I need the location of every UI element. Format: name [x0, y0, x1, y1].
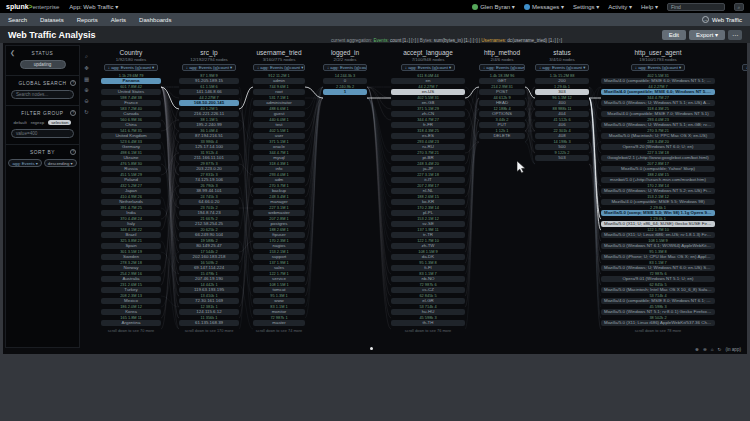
node-pill[interactable]: United Kingdom	[101, 133, 161, 139]
node-pill[interactable]: 406	[535, 122, 589, 128]
node-pill[interactable]: 303	[535, 89, 589, 95]
node-pill[interactable]: OPTIONS	[479, 111, 525, 117]
node-pill[interactable]: United States	[101, 89, 161, 95]
node-pill[interactable]: 404	[535, 111, 589, 117]
filter-mode-selection[interactable]: selection	[48, 120, 71, 125]
node-pill[interactable]: HEAD	[479, 100, 525, 106]
node-pill[interactable]: ftpuser	[253, 232, 305, 238]
node-pill[interactable]: 119.63.193.195	[179, 287, 239, 293]
pan-tool-icon[interactable]: ✥	[84, 65, 89, 71]
node-pill[interactable]: Mozilla/5.0 (Windows; U; Windows NT 5.1;…	[601, 122, 715, 128]
node-pill[interactable]: 408	[535, 133, 589, 139]
node-pill[interactable]: France	[101, 100, 161, 106]
node-pill[interactable]: backup	[253, 188, 305, 194]
node-pill[interactable]: cs-CZ	[391, 287, 465, 293]
node-pill[interactable]: msnbot/1.0 (+http://search.msn.com/msnbo…	[601, 177, 715, 183]
zoom-tool-icon[interactable]: ⌕	[84, 53, 89, 60]
nav-search[interactable]: Search	[8, 17, 27, 23]
app-menu[interactable]: App: Web Traffic ▾	[69, 3, 118, 10]
node-pill[interactable]: th-TH	[391, 320, 465, 326]
node-pill[interactable]: sales	[253, 265, 305, 271]
grid-tool-icon[interactable]: ▦	[84, 76, 89, 82]
settings-menu[interactable]: Settings ▾	[573, 3, 599, 10]
node-pill[interactable]: Mozilla/5.0 (Windows; U; Windows NT 6.0;…	[601, 265, 715, 271]
column-agg-dropdown[interactable]: ↓ agg: Events (g)count ▾	[631, 64, 685, 71]
search-icon[interactable]: ⌕	[734, 3, 744, 11]
node-pill[interactable]: Panama	[101, 78, 161, 84]
node-pill[interactable]: el-GR	[391, 298, 465, 304]
node-pill[interactable]: Mozilla/5.0 (iPhone; U; CPU like Mac OS …	[601, 254, 715, 260]
node-pill[interactable]: 195.2.240.99	[179, 122, 239, 128]
node-pill[interactable]: DELETE	[479, 133, 525, 139]
find-input[interactable]: Find	[667, 3, 725, 11]
node-pill[interactable]: 87.194.216.51	[179, 133, 239, 139]
nav-alerts[interactable]: Alerts	[111, 17, 126, 23]
node-pill[interactable]: tr-TR	[391, 232, 465, 238]
node-pill[interactable]: Mozilla/5.0 (Macintosh; U; PPC Mac OS X;…	[601, 133, 715, 139]
node-pill[interactable]: 74.125.19.106	[179, 177, 239, 183]
user-menu[interactable]: Glen Byran ▾	[472, 3, 515, 10]
filter-value-input[interactable]: value=400	[11, 129, 74, 138]
node-pill[interactable]: 38.99.44.101	[179, 188, 239, 194]
help-icon[interactable]: ?	[70, 149, 76, 155]
node-pill[interactable]: 168.50.200.145	[179, 100, 239, 106]
node-pill[interactable]: 124.115.6.12	[179, 309, 239, 315]
help-menu[interactable]: Help ▾	[641, 3, 658, 10]
node-pill[interactable]: 61.135.168.39	[179, 320, 239, 326]
node-pill[interactable]: zh-TW	[391, 243, 465, 249]
zoom-out-icon[interactable]: ⊖	[703, 347, 707, 352]
node-pill[interactable]: 216.221.226.11	[179, 111, 239, 117]
node-pill[interactable]: Mozilla/5.0 (Windows; U; Windows NT 5.2;…	[601, 188, 715, 194]
home-icon[interactable]: ⌂	[711, 347, 714, 352]
node-pill[interactable]: Mexico	[101, 298, 161, 304]
nav-reports[interactable]: Reports	[77, 17, 98, 23]
node-pill[interactable]: pt-BR	[391, 155, 465, 161]
node-pill[interactable]: Ukraine	[101, 155, 161, 161]
node-pill[interactable]: Mozilla/4.0 (compatible; MSIE 7.0; Windo…	[601, 111, 715, 117]
node-pill[interactable]: Mozilla/4.0 (compatible; MSIE 5.5; Windo…	[601, 199, 715, 205]
sort-field-dropdown[interactable]: agg: Events ▾	[8, 159, 41, 167]
node-pill[interactable]: 64.66.0.20	[179, 199, 239, 205]
node-pill[interactable]: 202.160.183.218	[179, 254, 239, 260]
node-pill[interactable]: pl-PL	[391, 210, 465, 216]
status-toggle-button[interactable]: updating	[20, 60, 66, 69]
node-pill[interactable]: 200	[535, 78, 589, 84]
node-pill[interactable]: Opera/9.01 (Windows NT 5.1; U; en)	[601, 276, 715, 282]
node-pill[interactable]: Norway	[101, 265, 161, 271]
help-icon[interactable]: ?	[70, 80, 76, 86]
node-pill[interactable]: Mozilla/4.0 (compatible; MSIE 6.0; Windo…	[601, 89, 715, 95]
node-pill[interactable]: en	[391, 78, 465, 84]
node-pill[interactable]: Argentina	[101, 320, 161, 326]
node-pill[interactable]: service	[253, 276, 305, 282]
collapse-sidebar-icon[interactable]: ❮	[10, 49, 15, 56]
node-pill[interactable]: 503	[535, 155, 589, 161]
zoom-in-icon[interactable]: ⊕	[695, 347, 699, 352]
node-pill[interactable]: en-GB	[391, 100, 465, 106]
more-button[interactable]: ⋯	[728, 30, 742, 40]
node-pill[interactable]: POST	[479, 89, 525, 95]
node-pill[interactable]: info	[253, 166, 305, 172]
node-pill[interactable]: it-IT	[391, 177, 465, 183]
node-pill[interactable]: postgres	[253, 221, 305, 227]
node-pill[interactable]: 194.8.74.23	[179, 210, 239, 216]
node-pill[interactable]: Spain	[101, 243, 161, 249]
node-pill[interactable]: Sweden	[101, 254, 161, 260]
node-pill[interactable]: Canada	[101, 111, 161, 117]
node-pill[interactable]: Mozilla/5.0 (X11; U; x86_64; SUSE) Gecko…	[601, 221, 715, 227]
node-pill[interactable]: 80.149.25.47	[179, 243, 239, 249]
node-pill[interactable]: GET	[479, 78, 525, 84]
node-pill[interactable]: 72.30.161.169	[179, 298, 239, 304]
export-button[interactable]: Export ▾	[689, 30, 725, 40]
node-pill[interactable]: Germany	[101, 144, 161, 150]
edit-button[interactable]: Edit	[662, 30, 686, 40]
node-pill[interactable]: fi-FI	[391, 265, 465, 271]
node-pill[interactable]: 207.46.19.190	[179, 276, 239, 282]
column-agg-dropdown[interactable]: ↓ agg: Events (g)count ▾	[401, 64, 455, 71]
node-pill[interactable]: 211.166.11.101	[179, 155, 239, 161]
node-pill[interactable]: Mozilla/5.0 (Macintosh; Intel Mac OS X 1…	[601, 287, 715, 293]
refresh-icon[interactable]: ↻	[84, 109, 89, 115]
node-pill[interactable]: master	[253, 320, 305, 326]
node-pill[interactable]: 212.58.254.25	[179, 221, 239, 227]
node-pill[interactable]: Brazil	[101, 232, 161, 238]
node-pill[interactable]: nl-NL	[391, 188, 465, 194]
